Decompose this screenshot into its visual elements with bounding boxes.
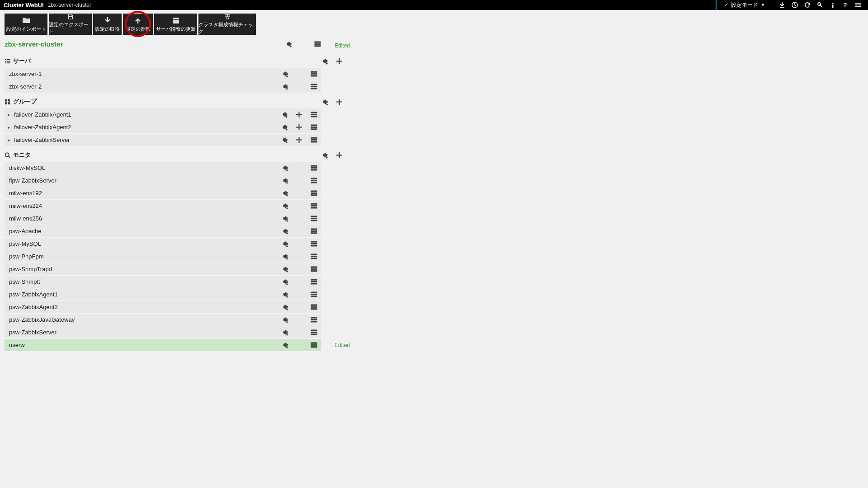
row-settings-button[interactable]	[281, 291, 288, 298]
list-item[interactable]: psw-Snmptt	[8, 278, 281, 285]
cluster-name[interactable]: zbx-server-cluster	[5, 40, 285, 48]
row-settings-button[interactable]	[281, 342, 288, 348]
row-menu-button[interactable]	[311, 215, 317, 222]
list-item[interactable]: failover-ZabbixAgent2	[13, 124, 281, 131]
list-item[interactable]: psw-MySQL	[8, 240, 281, 247]
list-item[interactable]: psw-PhpFpm	[8, 253, 281, 260]
import-button[interactable]: 設定のインポート	[5, 14, 47, 35]
row-add-button[interactable]	[296, 136, 302, 143]
row-settings-button[interactable]	[281, 266, 288, 272]
row-menu-button[interactable]	[311, 136, 317, 143]
row-settings-button[interactable]	[281, 164, 288, 171]
config-check-button[interactable]: クラスタ構成情報チェック	[198, 14, 256, 35]
row-settings-button[interactable]	[281, 190, 288, 197]
list-item[interactable]: zbx-server-1	[8, 70, 281, 77]
row-menu-button[interactable]	[311, 291, 317, 298]
row-settings-button[interactable]	[281, 177, 288, 184]
row-menu-button[interactable]	[311, 124, 317, 131]
row-add-button[interactable]	[296, 111, 302, 118]
plus-icon	[336, 58, 343, 65]
row-menu-button[interactable]	[311, 164, 317, 171]
row-menu-button[interactable]	[311, 329, 317, 336]
list-item[interactable]: miiw-ens256	[8, 215, 281, 222]
import-label: 設定のインポート	[6, 26, 46, 33]
list-item[interactable]: psw-SnmpTrapd	[8, 266, 281, 272]
groups-heading: グループ	[13, 98, 321, 106]
row-settings-button[interactable]	[281, 304, 288, 310]
list-item[interactable]: miiw-ens224	[8, 202, 281, 209]
row-settings-button[interactable]	[281, 136, 288, 143]
export-button[interactable]: 設定のエクスポート	[49, 14, 92, 35]
servers-settings-button[interactable]	[321, 58, 328, 65]
row-settings-button[interactable]	[281, 111, 288, 118]
download-button[interactable]	[776, 0, 788, 10]
row-settings-button[interactable]	[281, 240, 288, 247]
list-item[interactable]: userw	[8, 342, 281, 348]
row-menu-button[interactable]	[311, 228, 317, 235]
row-add-button[interactable]	[296, 124, 302, 131]
row-menu-button[interactable]	[311, 111, 317, 118]
row-menu-button[interactable]	[311, 304, 317, 310]
menu-icon	[311, 83, 317, 90]
monitors-settings-button[interactable]	[321, 152, 328, 159]
row-settings-button[interactable]	[281, 278, 288, 285]
gear-icon	[281, 316, 288, 323]
row-menu-button[interactable]	[311, 190, 317, 197]
servers-add-button[interactable]	[336, 58, 343, 65]
wrench-icon	[724, 2, 729, 9]
cluster-menu-button[interactable]	[314, 41, 321, 47]
row-menu-button[interactable]	[311, 278, 317, 285]
row-settings-button[interactable]	[281, 202, 288, 209]
monitors-add-button[interactable]	[336, 152, 343, 159]
row-menu-button[interactable]	[311, 177, 317, 184]
groups-add-button[interactable]	[336, 99, 343, 105]
row-menu-button[interactable]	[311, 70, 317, 77]
list-item[interactable]: psw-ZabbixServer	[8, 329, 281, 336]
list-item[interactable]: psw-ZabbixAgent1	[8, 291, 281, 298]
row-menu-button[interactable]	[311, 316, 317, 323]
row-menu-button[interactable]	[311, 266, 317, 272]
help-button[interactable]	[839, 0, 852, 10]
row-settings-button[interactable]	[281, 83, 288, 90]
row-settings-button[interactable]	[281, 124, 288, 131]
history-button[interactable]	[788, 0, 801, 10]
list-item[interactable]: psw-Apache	[8, 228, 281, 235]
row-settings-button[interactable]	[281, 253, 288, 260]
list-item[interactable]: miiw-ens192	[8, 190, 281, 197]
caret-right-icon[interactable]: ▸	[8, 113, 10, 117]
info-button[interactable]	[826, 0, 839, 10]
row-menu-button[interactable]	[311, 202, 317, 209]
list-item[interactable]: fipw-ZabbixServer	[8, 177, 281, 184]
get-config-button[interactable]: 設定の取得	[93, 14, 122, 35]
row-settings-button[interactable]	[281, 70, 288, 77]
refresh-button[interactable]	[801, 0, 814, 10]
row-settings-button[interactable]	[281, 329, 288, 336]
row-settings-button[interactable]	[281, 215, 288, 222]
apply-config-label: 設定の反映	[126, 26, 151, 33]
row-menu-button[interactable]	[311, 83, 317, 90]
row-settings-button[interactable]	[281, 228, 288, 235]
list-item[interactable]: diskw-MySQL	[8, 164, 281, 171]
row-settings-button[interactable]	[281, 316, 288, 323]
apply-config-button[interactable]: 設定の反映	[123, 14, 153, 35]
caret-right-icon[interactable]: ▸	[8, 125, 10, 130]
groups-settings-button[interactable]	[321, 99, 328, 105]
toolbar: 設定のインポート 設定のエクスポート 設定の取得 設定の反映 サーバ情報の更新 …	[0, 10, 868, 38]
list-item[interactable]: zbx-server-2	[8, 83, 281, 90]
license-button[interactable]	[814, 0, 826, 10]
list-item[interactable]: failover-ZabbixServer	[13, 136, 281, 143]
list-item[interactable]: psw-ZabbixJavaGateway	[8, 316, 281, 323]
mode-dropdown[interactable]: 設定モード ▼	[719, 1, 769, 9]
panel-button[interactable]	[852, 0, 864, 10]
row-menu-button[interactable]	[311, 253, 317, 260]
caret-right-icon[interactable]: ▸	[8, 138, 10, 142]
gear-icon	[281, 164, 288, 171]
list-item[interactable]: failover-ZabbixAgent1	[13, 111, 281, 118]
menu-icon	[311, 316, 317, 323]
list-item[interactable]: psw-ZabbixAgent2	[8, 304, 281, 310]
folder-open-icon	[22, 16, 30, 24]
row-menu-button[interactable]	[311, 240, 317, 247]
server-update-button[interactable]: サーバ情報の更新	[154, 14, 197, 35]
cluster-settings-button[interactable]	[285, 41, 292, 47]
row-menu-button[interactable]	[311, 342, 317, 348]
